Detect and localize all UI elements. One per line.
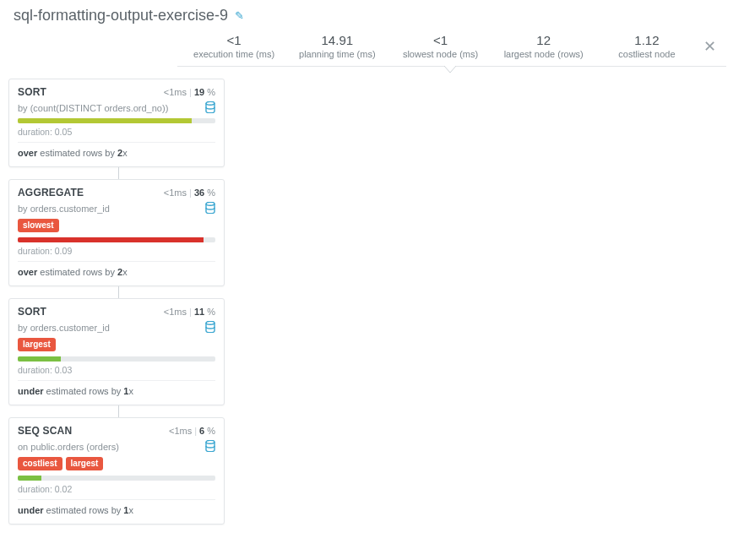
duration-bar-fill xyxy=(18,356,61,362)
estimate-row: under estimated rows by 1x xyxy=(18,505,215,515)
tag-slowest: slowest xyxy=(18,219,59,232)
node-subline: by orders.customer_id xyxy=(18,202,215,215)
duration-label: duration: 0.09 xyxy=(18,246,215,262)
database-icon[interactable] xyxy=(205,101,215,115)
node-tags: costliestlargest xyxy=(18,457,215,470)
node-tags: largest xyxy=(18,338,215,351)
stat-execution-time: <1 execution time (ms) xyxy=(182,33,285,59)
database-icon[interactable] xyxy=(205,440,215,454)
tag-largest: largest xyxy=(18,338,56,351)
plan-tree: SORT<1ms|19 %by (count(DISTINCT orders.o… xyxy=(0,79,744,541)
node-connector xyxy=(118,405,119,417)
node-metrics: <1ms|36 % xyxy=(164,188,215,198)
stat-slowest-node: <1 slowest node (ms) xyxy=(388,33,491,59)
node-sub-text: by (count(DISTINCT orders.ord_no)) xyxy=(18,103,168,113)
stat-value: 1.12 xyxy=(595,33,698,47)
node-subline: by orders.customer_id xyxy=(18,321,215,334)
tag-costliest: costliest xyxy=(18,457,62,470)
database-icon[interactable] xyxy=(205,202,215,215)
estimate-row: over estimated rows by 2x xyxy=(18,148,215,158)
node-header: AGGREGATE<1ms|36 % xyxy=(18,187,215,198)
svg-point-2 xyxy=(206,321,215,324)
stat-planning-time: 14.91 planning time (ms) xyxy=(285,33,388,59)
estimate-row: under estimated rows by 1x xyxy=(18,386,215,396)
stat-value: 14.91 xyxy=(285,33,388,47)
node-title: SORT xyxy=(18,86,46,98)
plan-node[interactable]: SEQ SCAN<1ms|6 %on public.orders (orders… xyxy=(8,417,225,525)
node-title: SORT xyxy=(18,306,46,318)
duration-bar xyxy=(18,118,215,123)
stat-label: execution time (ms) xyxy=(182,49,285,59)
estimate-row: over estimated rows by 2x xyxy=(18,267,215,277)
svg-point-3 xyxy=(206,440,215,443)
stat-label: planning time (ms) xyxy=(285,49,388,59)
node-subline: by (count(DISTINCT orders.ord_no)) xyxy=(18,101,215,115)
stat-label: largest node (rows) xyxy=(492,49,595,59)
node-header: SORT<1ms|11 % xyxy=(18,306,215,318)
node-header: SEQ SCAN<1ms|6 % xyxy=(18,425,215,437)
duration-bar xyxy=(18,356,215,362)
svg-point-1 xyxy=(206,202,215,205)
node-connector xyxy=(118,286,119,298)
node-connector xyxy=(118,167,119,179)
node-title: AGGREGATE xyxy=(18,187,84,198)
duration-bar-fill xyxy=(18,476,41,481)
stats-bar: <1 execution time (ms) 14.91 planning ti… xyxy=(177,31,726,67)
tag-largest: largest xyxy=(66,457,104,470)
svg-point-0 xyxy=(206,101,215,105)
duration-label: duration: 0.02 xyxy=(18,484,215,500)
duration-bar xyxy=(18,237,215,242)
stat-value: 12 xyxy=(492,33,595,47)
stat-largest-node: 12 largest node (rows) xyxy=(492,33,595,59)
node-metrics: <1ms|6 % xyxy=(169,426,215,436)
node-metrics: <1ms|11 % xyxy=(164,307,215,317)
node-header: SORT<1ms|19 % xyxy=(18,86,215,98)
close-icon[interactable]: ✕ xyxy=(698,34,721,59)
duration-bar-fill xyxy=(18,237,204,242)
node-metrics: <1ms|19 % xyxy=(164,87,215,97)
page-title: sql-formatting-output-exercise-9 xyxy=(14,7,228,24)
stat-value: <1 xyxy=(182,33,285,47)
edit-icon[interactable]: ✎ xyxy=(235,9,244,22)
plan-node[interactable]: SORT<1ms|11 %by orders.customer_idlarges… xyxy=(8,298,225,405)
node-sub-text: by orders.customer_id xyxy=(18,204,110,214)
stat-costliest-node: 1.12 costliest node xyxy=(595,33,698,59)
database-icon[interactable] xyxy=(205,321,215,334)
stat-value: <1 xyxy=(388,33,491,47)
node-title: SEQ SCAN xyxy=(18,425,72,437)
pointer-icon xyxy=(444,66,456,73)
duration-label: duration: 0.05 xyxy=(18,127,215,143)
duration-label: duration: 0.03 xyxy=(18,365,215,381)
duration-bar-fill xyxy=(18,118,192,123)
node-sub-text: on public.orders (orders) xyxy=(18,442,119,452)
plan-node[interactable]: AGGREGATE<1ms|36 %by orders.customer_ids… xyxy=(8,179,225,286)
stat-label: costliest node xyxy=(595,49,698,59)
stat-label: slowest node (ms) xyxy=(388,49,491,59)
node-sub-text: by orders.customer_id xyxy=(18,323,110,333)
node-tags: slowest xyxy=(18,219,215,232)
duration-bar xyxy=(18,476,215,481)
node-subline: on public.orders (orders) xyxy=(18,440,215,454)
title-row: sql-formatting-output-exercise-9 ✎ xyxy=(0,0,744,28)
plan-node[interactable]: SORT<1ms|19 %by (count(DISTINCT orders.o… xyxy=(8,79,225,167)
